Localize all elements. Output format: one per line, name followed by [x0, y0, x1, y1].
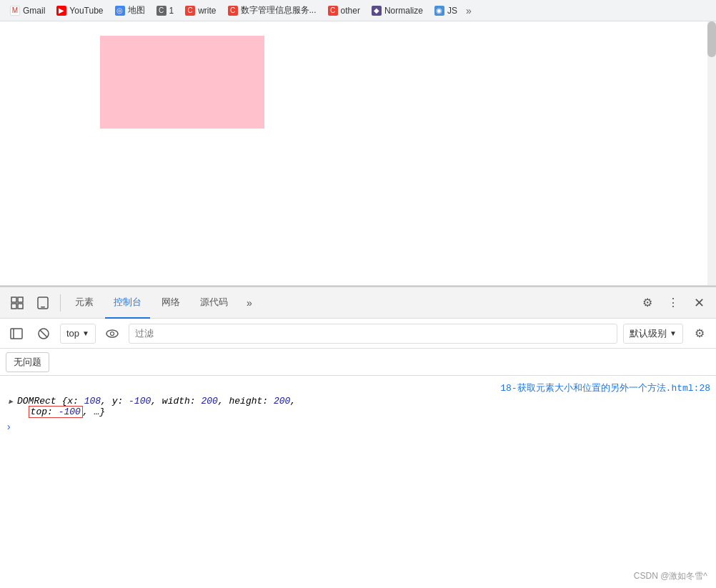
- console-context-label: top: [66, 328, 79, 339]
- more-tabs-button[interactable]: »: [239, 291, 259, 314]
- page-scrollbar[interactable]: [707, 21, 716, 285]
- svg-rect-6: [11, 329, 22, 339]
- bookmark-edu[interactable]: C 数字管理信息服务...: [224, 3, 321, 18]
- bookmark-youtube-label: YouTube: [69, 6, 103, 16]
- console-output: 18-获取元素大小和位置的另外一个方法.html:28 ▶ DOMRect {x…: [0, 376, 716, 588]
- bookmarks-more[interactable]: »: [466, 5, 472, 16]
- other-icon: C: [328, 6, 338, 16]
- bookmark-other[interactable]: C other: [324, 4, 364, 17]
- console-prompt-row: ›: [0, 419, 716, 436]
- youtube-icon: ▶: [56, 6, 66, 16]
- bookmark-youtube[interactable]: ▶ YouTube: [52, 4, 107, 17]
- console-expand-toggle[interactable]: ▶: [6, 396, 16, 407]
- bookmark-write[interactable]: C write: [181, 4, 220, 17]
- bookmark-edu-label: 数字管理信息服务...: [241, 4, 317, 16]
- bookmark-write-label: write: [198, 6, 216, 16]
- devtools-close-button[interactable]: ✕: [687, 291, 710, 314]
- console-prompt-arrow-icon: ›: [6, 422, 11, 433]
- svg-rect-0: [11, 297, 16, 302]
- edu-icon: C: [228, 6, 238, 16]
- bookmark-gmail[interactable]: M Gmail: [6, 4, 49, 17]
- svg-point-11: [110, 332, 114, 335]
- bookmark-maps-label: 地图: [128, 4, 145, 16]
- tab-network[interactable]: 网络: [153, 287, 189, 319]
- console-clear-button[interactable]: [33, 323, 54, 344]
- write-icon: C: [185, 6, 195, 16]
- level-chevron-icon: ▼: [670, 329, 677, 337]
- chevron-down-icon: ▼: [82, 329, 89, 337]
- svg-rect-5: [41, 307, 45, 308]
- tab-console[interactable]: 控制台: [105, 287, 150, 319]
- console-context-selector[interactable]: top ▼: [60, 324, 96, 344]
- bookmarks-bar: M Gmail ▶ YouTube ◎ 地图 C 1 C write C 数字管…: [0, 0, 716, 21]
- page-element-pink-box: [100, 36, 264, 129]
- console-level-selector[interactable]: 默认级别 ▼: [623, 324, 683, 344]
- no-issues-badge[interactable]: 无问题: [6, 352, 49, 372]
- svg-point-10: [106, 330, 118, 337]
- inspect-element-button[interactable]: [6, 291, 29, 314]
- maps-icon: ◎: [115, 6, 125, 16]
- console-eye-button[interactable]: [101, 323, 123, 344]
- gmail-icon: M: [10, 6, 20, 16]
- console-level-label: 默认级别: [630, 327, 667, 340]
- devtools-menu-button[interactable]: ⋮: [662, 291, 685, 314]
- svg-rect-1: [18, 297, 23, 302]
- page-content-area: [0, 21, 716, 286]
- csdn-watermark: CSDN @激如冬雪^: [634, 570, 707, 582]
- tab1-icon: C: [156, 6, 166, 16]
- js-icon: ◉: [434, 6, 444, 16]
- console-highlighted-top: top: -100: [29, 406, 83, 418]
- device-toolbar-button[interactable]: [31, 291, 54, 314]
- console-object-row: ▶ DOMRect {x: 108, y: -100, width: 200, …: [0, 394, 716, 419]
- bookmark-normalize[interactable]: ◆ Normalize: [367, 4, 427, 17]
- devtools-toolbar: 元素 控制台 网络 源代码 » ⚙ ⋮ ✕: [0, 287, 716, 319]
- bookmark-js[interactable]: ◉ JS: [430, 4, 462, 17]
- tab-elements[interactable]: 元素: [66, 287, 102, 319]
- tab-sources[interactable]: 源代码: [192, 287, 237, 319]
- console-source-link[interactable]: 18-获取元素大小和位置的另外一个方法.html:28: [500, 383, 710, 394]
- normalize-icon: ◆: [372, 6, 382, 16]
- bookmark-normalize-label: Normalize: [384, 6, 423, 16]
- console-sub-toolbar: top ▼ 默认级别 ▼ ⚙: [0, 319, 716, 349]
- console-filter-input[interactable]: [129, 324, 617, 344]
- console-source-link-row: 18-获取元素大小和位置的另外一个方法.html:28: [0, 379, 716, 394]
- bookmark-tab1[interactable]: C 1: [152, 4, 179, 17]
- bookmark-js-label: JS: [447, 6, 457, 16]
- console-settings-button[interactable]: ⚙: [689, 323, 710, 344]
- devtools-panel: 元素 控制台 网络 源代码 » ⚙ ⋮ ✕: [0, 286, 716, 588]
- bookmark-tab1-label: 1: [169, 6, 174, 16]
- bookmark-maps[interactable]: ◎ 地图: [111, 3, 149, 18]
- bookmark-gmail-label: Gmail: [23, 6, 45, 16]
- issues-bar: 无问题: [0, 349, 716, 376]
- svg-rect-2: [11, 304, 16, 309]
- console-sidebar-button[interactable]: [6, 323, 27, 344]
- bookmark-other-label: other: [341, 6, 360, 16]
- toolbar-separator-1: [60, 294, 61, 312]
- svg-rect-3: [18, 304, 23, 309]
- devtools-settings-button[interactable]: ⚙: [636, 291, 659, 314]
- console-object-text: DOMRect {x: 108, y: -100, width: 200, he…: [17, 396, 296, 417]
- svg-line-9: [40, 330, 47, 337]
- page-scrollbar-thumb[interactable]: [707, 21, 716, 57]
